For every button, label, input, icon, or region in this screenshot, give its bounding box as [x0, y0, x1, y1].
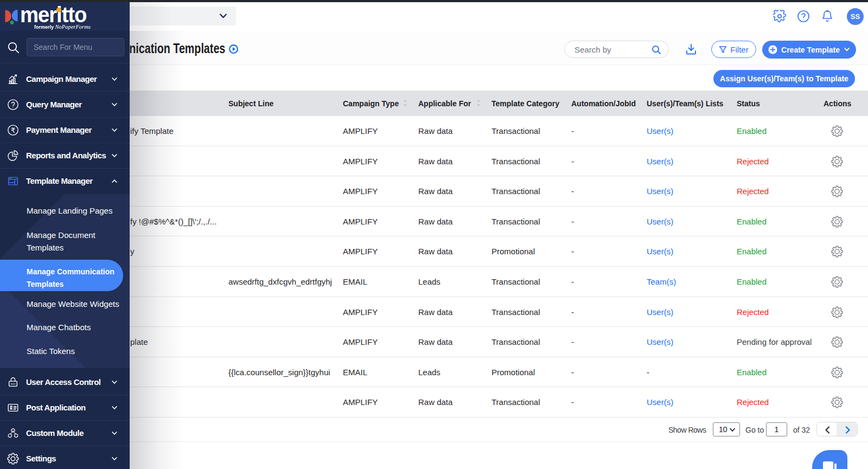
svg-text:₹: ₹	[11, 126, 15, 134]
